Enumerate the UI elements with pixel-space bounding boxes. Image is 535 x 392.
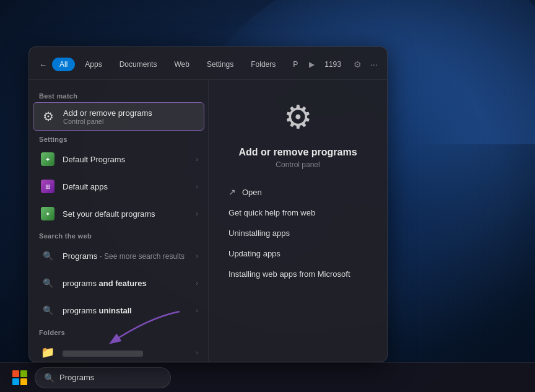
taskbar-search-text: Programs [59, 373, 94, 382]
chevron-icon-5: › [196, 279, 198, 287]
default-programs-title: Default Programs [63, 155, 189, 164]
web-section-label: Search the web [29, 227, 208, 242]
action-open[interactable]: ↗ Open [221, 181, 375, 203]
back-button[interactable]: ← [39, 56, 47, 72]
chevron-icon-7: › [196, 349, 198, 356]
win-logo-yellow [20, 378, 27, 385]
default-programs-text: Default Programs [63, 155, 189, 164]
tab-folders[interactable]: Folders [243, 58, 283, 71]
best-match-label: Best match [29, 87, 208, 102]
left-panel: Best match ⚙ Add or remove programs Cont… [29, 80, 209, 362]
detail-subtitle: Control panel [276, 160, 320, 169]
search-icon-1: 🔍 [43, 251, 53, 261]
tab-p[interactable]: P [285, 58, 305, 71]
filter-tabs-bar: ← All Apps Documents Web Settings Folder… [29, 47, 387, 80]
tab-1193[interactable]: 1193 [317, 58, 349, 71]
web-uninstall-item[interactable]: 🔍 programs uninstall › [29, 297, 208, 324]
win-logo-green [20, 370, 27, 377]
detail-gear-icon: ⚙ [284, 98, 313, 136]
web-features-title: programs and features [63, 279, 189, 288]
tab-web[interactable]: Web [167, 58, 196, 71]
folder-1-redacted [63, 351, 143, 357]
uninstalling-label: Uninstalling apps [228, 229, 290, 238]
open-label: Open [242, 188, 262, 197]
installing-label: Installing web apps from Microsoft [228, 269, 350, 279]
content-area: Best match ⚙ Add or remove programs Cont… [29, 80, 387, 362]
chevron-icon-2: › [196, 183, 198, 190]
folder-1-text [63, 349, 189, 357]
quick-help-label: Get quick help from web [228, 208, 315, 217]
chevron-icon-6: › [196, 307, 198, 314]
default-apps-text: Default apps [63, 182, 189, 191]
web-uninstall-text: programs uninstall [63, 306, 189, 315]
best-match-text: Add or remove programs Control panel [63, 108, 198, 125]
chevron-icon-3: › [196, 210, 198, 217]
web-programs-text: Programs - See more search results [63, 251, 189, 261]
taskbar: 🔍 Programs [0, 362, 535, 392]
web-uninstall-title: programs uninstall [63, 306, 189, 315]
right-panel: ⚙ Add or remove programs Control panel ↗… [209, 80, 387, 362]
detail-app-icon: ⚙ [276, 95, 320, 139]
chevron-icon-4: › [196, 252, 198, 259]
start-button[interactable] [10, 368, 30, 388]
open-icon: ↗ [228, 187, 236, 197]
web-search-programs-item[interactable]: 🔍 Programs - See more search results › [29, 242, 208, 269]
detail-title: Add or remove programs [238, 147, 357, 158]
tab-all[interactable]: All [52, 58, 75, 71]
default-apps-app-icon: ⊞ [41, 180, 54, 193]
gear-icon: ⚙ [43, 109, 54, 124]
default-apps-icon: ⊞ [39, 178, 56, 195]
web-features-text: programs and features [63, 279, 189, 288]
settings-section-label: Settings [29, 131, 208, 146]
best-match-title: Add or remove programs [63, 108, 198, 118]
default-programs-item[interactable]: ✦ Default Programs › [29, 146, 208, 173]
detail-actions: ↗ Open Get quick help from web Uninstall… [221, 181, 375, 284]
action-uninstalling[interactable]: Uninstalling apps [221, 223, 375, 243]
win-logo-red [12, 370, 19, 377]
folder-icon-1: 📁 [39, 344, 56, 361]
folder-item-1[interactable]: 📁 › [29, 339, 208, 362]
action-installing[interactable]: Installing web apps from Microsoft [221, 264, 375, 284]
play-icon[interactable]: ▶ [309, 60, 315, 69]
default-programs-icon: ✦ [39, 150, 56, 168]
web-search-icon-3: 🔍 [39, 302, 56, 319]
set-default-app-icon: ✦ [41, 207, 54, 220]
settings-icon[interactable]: ⚙ [351, 59, 364, 69]
action-quick-help[interactable]: Get quick help from web [221, 203, 375, 223]
taskbar-search[interactable]: 🔍 Programs [35, 367, 171, 388]
taskbar-search-icon: 🔍 [44, 373, 54, 383]
set-default-title: Set your default programs [63, 209, 189, 219]
default-apps-title: Default apps [63, 182, 189, 191]
set-default-item[interactable]: ✦ Set your default programs › [29, 200, 208, 227]
web-search-icon-2: 🔍 [39, 274, 56, 292]
web-features-item[interactable]: 🔍 programs and features › [29, 269, 208, 297]
action-updating[interactable]: Updating apps [221, 243, 375, 264]
tab-settings[interactable]: Settings [199, 58, 241, 71]
default-apps-item[interactable]: ⊞ Default apps › [29, 173, 208, 200]
best-match-item[interactable]: ⚙ Add or remove programs Control panel [33, 102, 204, 131]
set-default-icon: ✦ [39, 205, 56, 222]
tab-apps[interactable]: Apps [77, 58, 109, 71]
search-icon-2: 🔍 [43, 278, 53, 288]
search-panel: ← All Apps Documents Web Settings Folder… [28, 46, 388, 362]
win-logo-blue [12, 378, 19, 385]
web-search-icon-1: 🔍 [39, 247, 56, 264]
default-programs-app-icon: ✦ [41, 152, 54, 166]
set-default-text: Set your default programs [63, 209, 189, 219]
updating-label: Updating apps [228, 249, 281, 258]
chevron-icon: › [196, 155, 198, 163]
search-icon-3: 🔍 [43, 305, 53, 315]
folders-section-label: Folders [29, 324, 208, 339]
best-match-subtitle: Control panel [63, 118, 198, 125]
web-programs-title: Programs - See more search results [63, 251, 189, 261]
tab-documents[interactable]: Documents [112, 58, 165, 71]
more-button[interactable]: ··· [367, 59, 381, 69]
best-match-icon: ⚙ [40, 108, 57, 125]
folder-glyph-1: 📁 [41, 346, 54, 359]
windows-logo [12, 370, 27, 385]
